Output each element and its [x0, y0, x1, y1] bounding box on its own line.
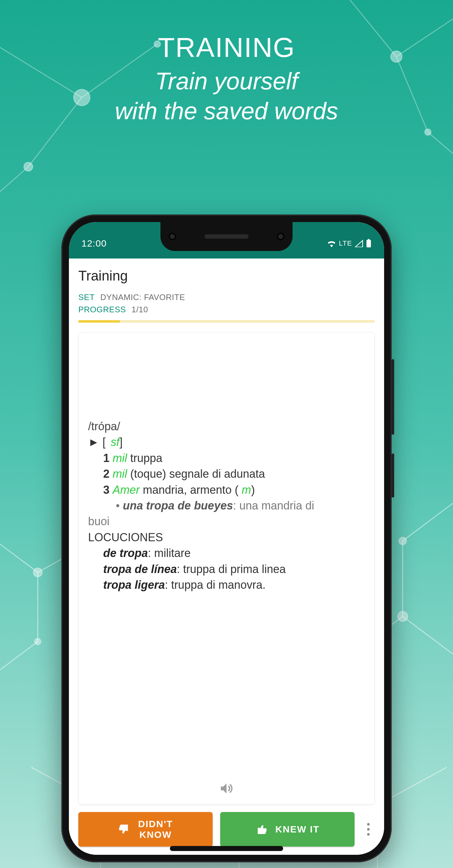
knew-it-label: KNEW IT	[275, 824, 320, 835]
svg-point-9	[24, 162, 33, 171]
promo-block: TRAINING Train yourself with the saved w…	[0, 31, 453, 126]
progress-value: 1/10	[131, 305, 148, 314]
action-row: DIDN'TKNOW KNEW IT	[74, 812, 379, 847]
status-network-label: LTE	[339, 239, 352, 248]
didnt-know-label: DIDN'TKNOW	[138, 818, 173, 840]
locution-2: tropa de línea: truppa di prima linea	[88, 561, 365, 577]
promo-subtitle: Train yourself with the saved words	[0, 66, 453, 126]
svg-rect-40	[368, 239, 370, 240]
home-indicator	[170, 846, 283, 851]
didnt-know-button[interactable]: DIDN'TKNOW	[78, 812, 213, 847]
pronunciation: /trópa/	[88, 418, 365, 434]
status-time: 12:00	[82, 238, 107, 248]
battery-icon	[366, 239, 371, 248]
locution-3: tropa ligera: truppa di manovra.	[88, 577, 365, 593]
progress-bar	[78, 320, 375, 323]
definition-3: 3 Amer mandria, armento ( m)	[103, 482, 365, 498]
wifi-icon	[327, 240, 336, 247]
phone-frame: 12:00 LTE Training SET DYNAMIC: FAVORITE…	[61, 215, 392, 862]
signal-icon	[355, 240, 363, 247]
svg-line-2	[0, 167, 28, 214]
locutions-header: LOCUCIONES	[88, 530, 365, 545]
training-meta: SET DYNAMIC: FAVORITE PROGRESS 1/10	[74, 292, 379, 317]
thumbs-down-icon	[118, 823, 130, 836]
flashcard[interactable]: /trópa/ ► [ sf] 1 mil truppa 2 mil (toqu…	[78, 332, 375, 804]
page-title: Training	[74, 265, 379, 292]
svg-line-17	[403, 503, 453, 541]
speaker-icon	[219, 781, 234, 796]
pronounce-button[interactable]	[217, 779, 236, 798]
pos-marker: ► [	[88, 436, 109, 448]
more-menu-button[interactable]	[362, 823, 375, 836]
svg-point-32	[399, 537, 406, 545]
knew-it-button[interactable]: KNEW IT	[220, 812, 355, 847]
locution-1: de tropa: militare	[88, 545, 365, 561]
progress-label: PROGRESS	[78, 305, 126, 314]
set-value: DYNAMIC: FAVORITE	[100, 292, 185, 302]
promo-title: TRAINING	[0, 31, 453, 64]
example-1: • una tropa de bueyes: una mandria di	[103, 498, 365, 514]
svg-line-7	[428, 132, 453, 170]
set-label: SET	[78, 292, 95, 302]
svg-point-12	[425, 129, 431, 135]
svg-line-13	[0, 535, 38, 572]
svg-point-31	[35, 639, 41, 645]
svg-rect-39	[366, 240, 371, 248]
phone-notch	[160, 222, 293, 251]
app-content: Training SET DYNAMIC: FAVORITE PROGRESS …	[69, 258, 384, 855]
svg-line-15	[0, 642, 38, 679]
svg-line-19	[403, 616, 453, 654]
thumbs-up-icon	[255, 823, 268, 836]
definition-1: 1 mil truppa	[103, 451, 365, 466]
dictionary-entry: /trópa/ ► [ sf] 1 mil truppa 2 mil (toqu…	[88, 418, 365, 593]
svg-marker-41	[221, 783, 227, 794]
svg-point-33	[398, 611, 408, 621]
svg-point-30	[33, 568, 42, 577]
example-1-cont: buoi	[88, 514, 365, 529]
part-of-speech: sf	[111, 436, 120, 448]
definition-2: 2 mil (toque) segnale di adunata	[103, 466, 365, 482]
